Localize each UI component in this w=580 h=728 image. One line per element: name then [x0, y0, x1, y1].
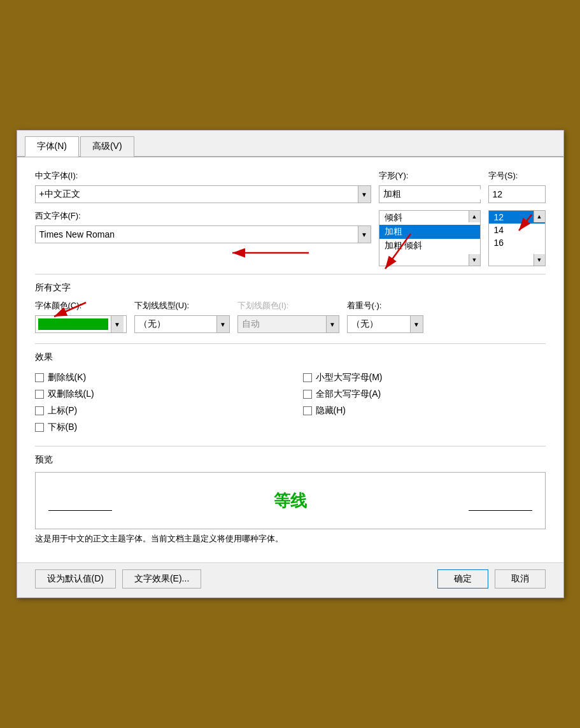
text-effect-button[interactable]: 文字效果(E)...: [122, 569, 201, 589]
checkbox-superscript-label: 上标(P): [48, 405, 78, 417]
font-style-block: 字形(Y): ▲: [379, 170, 481, 205]
checkbox-hidden-box[interactable]: [303, 406, 312, 415]
checkbox-all-caps-box[interactable]: [303, 390, 312, 399]
western-font-block: 西文字体(F): Times New Roman ▼: [35, 210, 371, 243]
font-style-list-block: 倾斜 加粗 加粗 倾斜 ▲ ▼: [379, 210, 481, 266]
checkbox-strikethrough-box[interactable]: [35, 373, 44, 382]
dialog-footer: 设为默认值(D) 文字效果(E)... 确定 取消: [17, 562, 563, 597]
emphasis-select[interactable]: （无） ▼: [347, 315, 423, 333]
preview-title: 预览: [35, 454, 546, 466]
preview-section: 预览 等线 这是用于中文的正文主题字体。当前文档主题定义将使用哪种字体。: [35, 454, 546, 545]
checkbox-double-strikethrough-box[interactable]: [35, 390, 44, 399]
cancel-button[interactable]: 取消: [495, 569, 546, 589]
size-list-item-14[interactable]: 14: [489, 224, 545, 236]
size-list-scroll-down[interactable]: ▼: [534, 254, 545, 266]
underline-type-value: （无）: [139, 318, 216, 330]
font-style-list[interactable]: 倾斜 加粗 加粗 倾斜 ▲ ▼: [379, 210, 481, 266]
underline-color-arrow[interactable]: ▼: [326, 316, 339, 332]
western-font-value: Times New Roman: [39, 229, 358, 239]
all-text-section: 所有文字 字体颜色(C): ▼: [35, 282, 546, 333]
emphasis-label: 着重号(·):: [347, 300, 423, 311]
checkbox-all-caps[interactable]: 全部大写字母(A): [303, 389, 546, 400]
western-font-select[interactable]: Times New Roman ▼: [35, 225, 371, 243]
checkbox-double-strikethrough-label: 双删除线(L): [48, 389, 94, 400]
font-size-block: 字号(S):: [488, 170, 546, 203]
size-list-scroll-up[interactable]: ▲: [534, 211, 545, 222]
effects-title: 效果: [35, 352, 546, 363]
emphasis-block: 着重号(·): （无） ▼: [347, 300, 423, 333]
checkbox-superscript[interactable]: 上标(P): [35, 405, 278, 417]
preview-description: 这是用于中文的正文主题字体。当前文档主题定义将使用哪种字体。: [35, 533, 546, 545]
font-color-arrow[interactable]: ▼: [111, 316, 124, 332]
checkbox-hidden[interactable]: 隐藏(H): [303, 405, 546, 417]
font-color-block: 字体颜色(C): ▼: [35, 300, 127, 333]
footer-right: 确定 取消: [437, 569, 546, 589]
checkbox-hidden-label: 隐藏(H): [316, 405, 346, 417]
tab-advanced[interactable]: 高级(V): [80, 136, 134, 157]
effects-section: 效果 删除线(K) 小型大写字母(M) 双删除线(L): [35, 352, 546, 436]
checkbox-strikethrough-label: 删除线(K): [48, 372, 87, 383]
set-default-button[interactable]: 设为默认值(D): [35, 569, 116, 589]
underline-color-label: 下划线颜色(I):: [237, 300, 339, 311]
font-size-list-block: 12 14 16 ▲ ▼: [488, 210, 546, 266]
underline-type-block: 下划线线型(U): （无） ▼: [134, 300, 230, 333]
chinese-font-label: 中文字体(I):: [35, 170, 371, 182]
checkbox-double-strikethrough[interactable]: 双删除线(L): [35, 389, 278, 400]
underline-type-arrow[interactable]: ▼: [216, 316, 229, 332]
all-text-title: 所有文字: [35, 282, 546, 294]
font-size-input-box[interactable]: [488, 185, 546, 203]
font-size-input[interactable]: [493, 189, 525, 199]
checkbox-all-caps-label: 全部大写字母(A): [316, 389, 381, 400]
divider-all-text: [35, 274, 546, 275]
style-list-item-bold[interactable]: 加粗: [379, 225, 480, 239]
font-size-list[interactable]: 12 14 16 ▲ ▼: [488, 210, 546, 266]
effects-grid: 删除线(K) 小型大写字母(M) 双删除线(L) 全部大写字母(A): [35, 369, 546, 436]
tab-bar: 字体(N) 高级(V): [17, 131, 563, 157]
tab-font[interactable]: 字体(N): [25, 136, 79, 157]
ok-button[interactable]: 确定: [437, 569, 488, 589]
font-color-select[interactable]: ▼: [35, 315, 127, 333]
dialog-body: 中文字体(I): +中文正文 ▼ 字形(Y): ▲ 字号(S):: [17, 157, 563, 562]
size-list-item-16[interactable]: 16: [489, 236, 545, 249]
checkbox-subscript[interactable]: 下标(B): [35, 422, 278, 433]
divider-preview: [35, 446, 546, 446]
checkbox-superscript-box[interactable]: [35, 406, 44, 415]
style-list-scroll-up[interactable]: ▲: [469, 211, 480, 222]
checkbox-subscript-box[interactable]: [35, 423, 44, 432]
font-size-label: 字号(S):: [488, 170, 546, 182]
checkbox-subscript-label: 下标(B): [48, 422, 78, 433]
emphasis-arrow[interactable]: ▼: [410, 316, 423, 332]
preview-box: 等线: [35, 472, 546, 529]
font-dialog: 字体(N) 高级(V) 中文字体(I): +中文正文 ▼ 字形(Y): ▲: [17, 130, 564, 598]
underline-type-label: 下划线线型(U):: [134, 300, 230, 311]
font-color-swatch: [38, 318, 108, 330]
chinese-font-select[interactable]: +中文正文 ▼: [35, 185, 371, 203]
preview-underline-right: [469, 510, 532, 511]
color-row: 字体颜色(C): ▼: [35, 300, 546, 333]
checkbox-strikethrough[interactable]: 删除线(K): [35, 372, 278, 383]
underline-color-value: 自动: [242, 318, 326, 330]
style-list-item-italic[interactable]: 倾斜: [379, 211, 480, 225]
divider-effects: [35, 343, 546, 344]
style-list-item-bold-italic[interactable]: 加粗 倾斜: [379, 239, 480, 253]
checkbox-small-caps-box[interactable]: [303, 373, 312, 382]
chinese-font-block: 中文字体(I): +中文正文 ▼: [35, 170, 371, 203]
footer-left: 设为默认值(D) 文字效果(E)...: [35, 569, 202, 589]
checkbox-small-caps-label: 小型大写字母(M): [316, 372, 383, 383]
style-list-scroll-down[interactable]: ▼: [469, 254, 480, 266]
emphasis-value: （无）: [351, 318, 410, 330]
preview-underline-left: [48, 510, 112, 511]
checkbox-small-caps[interactable]: 小型大写字母(M): [303, 372, 546, 383]
chinese-font-value: +中文正文: [39, 189, 358, 200]
western-font-arrow[interactable]: ▼: [358, 226, 371, 243]
font-style-input[interactable]: ▲: [379, 185, 481, 203]
underline-color-select[interactable]: 自动 ▼: [237, 315, 339, 333]
font-color-label: 字体颜色(C):: [35, 300, 127, 311]
chinese-font-arrow[interactable]: ▼: [358, 186, 371, 203]
western-font-label: 西文字体(F):: [35, 210, 371, 222]
font-style-text-input[interactable]: [383, 189, 495, 199]
underline-type-select[interactable]: （无） ▼: [134, 315, 230, 333]
preview-text: 等线: [274, 490, 307, 512]
underline-color-block: 下划线颜色(I): 自动 ▼: [237, 300, 339, 333]
font-style-label: 字形(Y):: [379, 170, 481, 182]
